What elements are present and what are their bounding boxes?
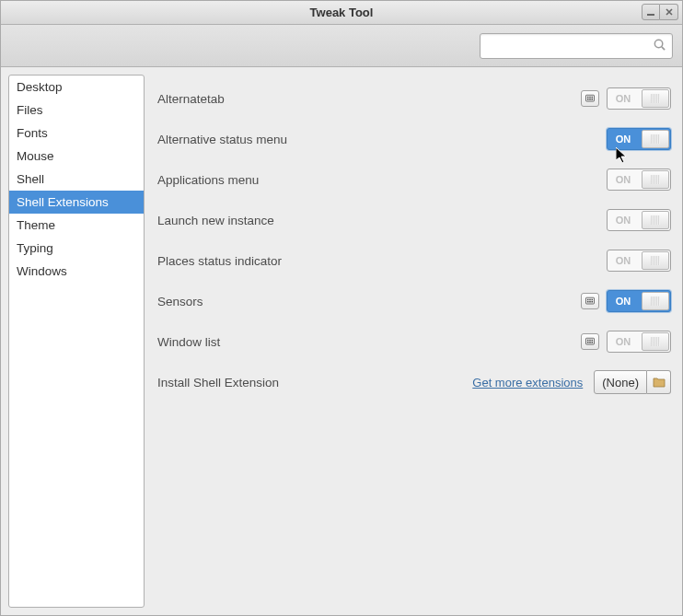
extension-row: Alternative status menuON	[157, 119, 671, 159]
toggle-switch[interactable]: ON	[607, 87, 671, 110]
minimize-button[interactable]	[642, 4, 660, 20]
extension-settings-icon[interactable]	[581, 293, 599, 309]
install-extension-row: Install Shell ExtensionGet more extensio…	[157, 362, 671, 402]
extension-row: Applications menuON	[157, 159, 671, 200]
toggle-on-label: ON	[608, 296, 639, 307]
toggle-on-label: ON	[608, 93, 639, 104]
install-file-button[interactable]: (None)	[594, 370, 647, 394]
svg-rect-10	[586, 297, 595, 304]
toggle-handle	[642, 251, 669, 270]
sidebar-item-shell-extensions[interactable]: Shell Extensions	[9, 191, 144, 214]
extension-label: Alternative status menu	[157, 133, 607, 146]
close-button[interactable]	[660, 4, 678, 20]
folder-icon[interactable]	[647, 370, 671, 394]
toggle-switch[interactable]: ON	[607, 169, 671, 191]
extension-settings-icon[interactable]	[581, 90, 599, 107]
window-title: Tweak Tool	[310, 6, 374, 19]
extension-label: Alternatetab	[157, 92, 581, 106]
svg-rect-13	[592, 299, 594, 301]
sidebar: DesktopFilesFontsMouseShellShell Extensi…	[8, 75, 145, 608]
svg-rect-6	[592, 97, 594, 99]
svg-point-1	[654, 40, 662, 47]
extension-row: Launch new instanceON	[157, 200, 671, 240]
svg-rect-21	[587, 342, 589, 343]
extension-label: Sensors	[157, 295, 581, 308]
svg-rect-7	[587, 99, 589, 100]
toggle-handle	[642, 89, 669, 108]
extension-label: Window list	[157, 335, 581, 349]
toggle-handle	[642, 211, 669, 229]
svg-rect-9	[592, 99, 594, 100]
toggle-handle	[642, 130, 669, 148]
sidebar-item-desktop[interactable]: Desktop	[9, 76, 144, 99]
toggle-handle	[642, 332, 669, 351]
svg-rect-14	[587, 301, 589, 303]
svg-rect-5	[589, 97, 591, 99]
main-area: DesktopFilesFontsMouseShellShell Extensi…	[1, 67, 682, 615]
svg-rect-3	[586, 95, 595, 101]
toolbar	[1, 25, 682, 67]
extension-label: Launch new instance	[157, 214, 607, 227]
toggle-switch[interactable]: ON	[607, 209, 671, 231]
extension-row: Window listON	[157, 321, 671, 362]
svg-rect-19	[589, 340, 591, 342]
svg-rect-22	[589, 342, 591, 343]
sidebar-item-files[interactable]: Files	[9, 99, 144, 122]
extension-row: Places status indicatorON	[157, 240, 671, 281]
svg-rect-16	[592, 301, 594, 303]
extension-row: SensorsON	[157, 281, 671, 321]
search-field-wrap[interactable]	[480, 33, 673, 59]
sidebar-item-fonts[interactable]: Fonts	[9, 122, 144, 145]
extension-label: Applications menu	[157, 173, 607, 187]
toggle-on-label: ON	[608, 174, 639, 185]
svg-rect-12	[589, 299, 591, 301]
sidebar-item-typing[interactable]: Typing	[9, 237, 144, 260]
window-controls	[642, 4, 678, 20]
svg-rect-0	[647, 14, 654, 16]
toggle-switch[interactable]: ON	[607, 128, 671, 150]
sidebar-item-windows[interactable]: Windows	[9, 260, 144, 283]
toggle-handle	[642, 170, 669, 189]
extension-row: AlternatetabON	[157, 78, 671, 119]
svg-rect-17	[586, 338, 595, 344]
svg-rect-4	[587, 97, 589, 99]
toggle-switch[interactable]: ON	[607, 290, 671, 312]
search-input[interactable]	[486, 39, 653, 52]
toggle-on-label: ON	[608, 255, 639, 266]
svg-rect-8	[589, 99, 591, 100]
svg-rect-23	[592, 342, 594, 343]
svg-rect-18	[587, 340, 589, 342]
svg-line-2	[662, 46, 665, 49]
search-icon	[653, 38, 666, 54]
sidebar-item-mouse[interactable]: Mouse	[9, 145, 144, 168]
toggle-on-label: ON	[608, 134, 639, 145]
sidebar-item-shell[interactable]: Shell	[9, 168, 144, 191]
toggle-switch[interactable]: ON	[607, 331, 671, 353]
svg-rect-11	[587, 299, 589, 301]
content-pane: AlternatetabONAlternative status menuONA…	[152, 75, 675, 608]
extension-label: Places status indicator	[157, 254, 607, 268]
toggle-on-label: ON	[608, 336, 639, 347]
toggle-handle	[642, 292, 669, 310]
svg-rect-20	[592, 340, 594, 342]
get-more-extensions-link[interactable]: Get more extensions	[472, 376, 583, 389]
sidebar-item-theme[interactable]: Theme	[9, 214, 144, 237]
install-label: Install Shell Extension	[157, 376, 472, 389]
toggle-switch[interactable]: ON	[607, 250, 671, 272]
toggle-on-label: ON	[608, 215, 639, 226]
extension-settings-icon[interactable]	[581, 333, 599, 350]
titlebar: Tweak Tool	[1, 1, 682, 25]
svg-rect-15	[589, 301, 591, 303]
